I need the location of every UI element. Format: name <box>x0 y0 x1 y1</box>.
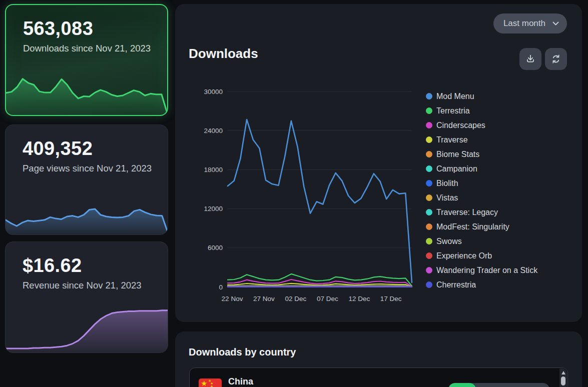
legend-label: Vistas <box>436 194 458 202</box>
legend-dot-icon <box>426 224 432 230</box>
scrollbar-thumb[interactable] <box>561 376 565 386</box>
revenue-sparkline <box>6 299 168 353</box>
legend-item[interactable]: Biome Stats <box>426 147 537 162</box>
y-tick-label: 0 <box>219 284 223 291</box>
y-tick-label: 12000 <box>204 205 223 212</box>
y-tick-label: 6000 <box>208 244 223 252</box>
x-tick-label: 27 Nov <box>253 295 275 302</box>
x-tick-label: 07 Dec <box>317 295 338 302</box>
stat-label: Downloads since Nov 21, 2023 <box>23 43 152 54</box>
legend-label: Cinderscapes <box>436 121 485 130</box>
y-tick-label: 30000 <box>204 88 223 96</box>
legend-dot-icon <box>426 151 432 158</box>
chart-legend: Mod MenuTerrestriaCinderscapesTraverseBi… <box>426 89 537 292</box>
legend-label: Campanion <box>436 164 477 174</box>
legend-label: Mod Menu <box>436 92 474 101</box>
y-tick-label: 24000 <box>204 127 223 134</box>
scroll-up-arrow-icon[interactable] <box>561 371 565 374</box>
legend-label: Biolith <box>436 179 458 188</box>
legend-item[interactable]: Cherrestria <box>426 278 537 292</box>
legend-item[interactable]: Wandering Trader on a Stick <box>426 263 537 278</box>
legend-item[interactable]: Cinderscapes <box>426 118 537 132</box>
date-range-label: Last month <box>503 18 545 28</box>
legend-item[interactable]: ModFest: Singularity <box>426 220 537 234</box>
series-line <box>228 120 412 282</box>
legend-item[interactable]: Mod Menu <box>426 89 537 104</box>
x-tick-label: 17 Dec <box>380 295 402 302</box>
stat-card-downloads[interactable]: 563,083 Downloads since Nov 21, 2023 <box>5 4 168 116</box>
legend-dot-icon <box>426 282 432 288</box>
legend-label: Experience Orb <box>436 252 492 260</box>
legend-label: Cherrestria <box>436 280 476 290</box>
legend-dot-icon <box>426 180 432 186</box>
legend-label: Swows <box>436 237 462 246</box>
legend-dot-icon <box>426 93 432 100</box>
stat-value: 563,083 <box>23 18 152 40</box>
legend-dot-icon <box>426 252 432 259</box>
legend-item[interactable]: Biolith <box>426 176 537 190</box>
legend-item[interactable]: Campanion <box>426 162 537 176</box>
stat-label: Revenue since Nov 21, 2023 <box>23 280 153 292</box>
country-name: China <box>228 376 253 387</box>
legend-label: Traverse: Legacy <box>436 208 498 217</box>
sparkline-area <box>6 310 168 353</box>
legend-label: Wandering Trader on a Stick <box>436 266 537 275</box>
panel-title: Downloads by country <box>189 346 296 358</box>
legend-item[interactable]: Terrestria <box>426 104 537 118</box>
downloads-by-country-panel: Downloads by country ★★★ ★★ China <box>175 332 582 387</box>
legend-label: Biome Stats <box>436 150 479 159</box>
downloads-line-chart: 060001200018000240003000022 Nov27 Nov02 … <box>198 85 423 310</box>
analytics-dashboard: 563,083 Downloads since Nov 21, 2023 409… <box>0 0 588 387</box>
panel-title: Downloads <box>189 46 258 62</box>
legend-item[interactable]: Experience Orb <box>426 248 537 263</box>
stat-value: $16.62 <box>23 255 153 276</box>
country-downloads-bar <box>448 383 549 387</box>
legend-dot-icon <box>426 238 432 244</box>
china-flag-icon: ★★★ ★★ <box>199 378 222 387</box>
legend-item[interactable]: Swows <box>426 234 537 248</box>
refresh-button[interactable] <box>545 48 567 70</box>
legend-dot-icon <box>426 136 432 143</box>
country-bar-fill <box>448 383 476 387</box>
legend-dot-icon <box>426 209 432 216</box>
page-views-sparkline <box>6 196 168 235</box>
legend-item[interactable]: Traverse <box>426 132 537 147</box>
refresh-icon <box>550 54 561 64</box>
legend-dot-icon <box>426 108 432 114</box>
stat-label: Page views since Nov 21, 2023 <box>23 163 153 174</box>
legend-item[interactable]: Vistas <box>426 190 537 205</box>
country-list: ★★★ ★★ China <box>189 368 568 387</box>
stat-card-revenue[interactable]: $16.62 Revenue since Nov 21, 2023 <box>5 242 168 353</box>
x-tick-label: 22 Nov <box>222 295 243 302</box>
legend-dot-icon <box>426 194 432 201</box>
y-tick-label: 18000 <box>204 166 223 174</box>
downloads-panel: Last month Downloads <box>175 4 582 322</box>
stat-value: 409,352 <box>23 138 153 160</box>
legend-label: Terrestria <box>436 106 470 116</box>
export-csv-button[interactable] <box>519 48 541 70</box>
date-range-dropdown[interactable]: Last month <box>493 14 567 34</box>
legend-dot-icon <box>426 267 432 274</box>
legend-dot-icon <box>426 122 432 128</box>
stat-card-page-views[interactable]: 409,352 Page views since Nov 21, 2023 <box>5 124 168 235</box>
scrollbar[interactable] <box>559 368 567 387</box>
download-icon <box>525 54 536 64</box>
chevron-down-icon <box>552 22 559 26</box>
legend-label: Traverse <box>436 136 468 144</box>
downloads-sparkline <box>6 74 167 116</box>
legend-label: ModFest: Singularity <box>436 222 509 232</box>
x-tick-label: 02 Dec <box>285 295 307 302</box>
legend-dot-icon <box>426 166 432 172</box>
legend-item[interactable]: Traverse: Legacy <box>426 205 537 220</box>
x-tick-label: 12 Dec <box>348 295 370 302</box>
